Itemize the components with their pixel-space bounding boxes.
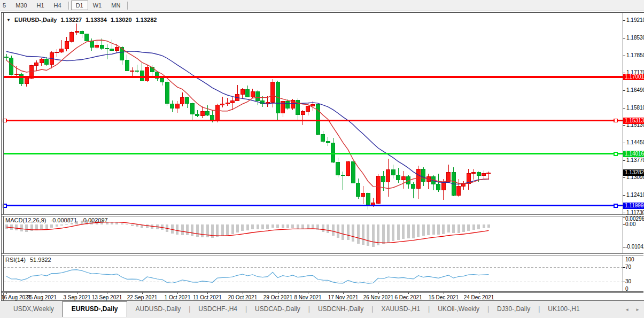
level-handle[interactable] xyxy=(614,152,617,156)
tab-dj30-daily[interactable]: DJ30-,Daily xyxy=(489,303,538,315)
price-axis-label: 1.19210 xyxy=(626,17,644,23)
date-axis-tick xyxy=(243,292,243,294)
window-border-top xyxy=(1,12,644,13)
price-axis-tick xyxy=(623,108,625,108)
price-axis-label: 1.13770 xyxy=(626,157,644,163)
price-axis-label: 1.11730 xyxy=(626,210,644,215)
ohlc-low: 1.13020 xyxy=(111,17,132,23)
date-axis-label: 26 Nov 2021 xyxy=(363,294,394,300)
date-axis-label: 13 Sep 2021 xyxy=(92,294,122,300)
date-axis-tick xyxy=(6,292,7,294)
date-axis-tick xyxy=(479,292,479,294)
macd-axis-label: 0.00 xyxy=(625,221,635,227)
date-axis-label: 20 Oct 2021 xyxy=(228,294,257,300)
price-axis-label: 1.16490 xyxy=(626,87,644,93)
date-axis-tick xyxy=(278,292,278,294)
tab-uk100-h1[interactable]: UK100-,H1 xyxy=(540,303,587,315)
rsi-value: 51.9322 xyxy=(30,257,51,263)
tab-usdcnh-daily[interactable]: USDCNH-,Daily xyxy=(310,303,371,315)
panel-splitter-rsi[interactable] xyxy=(2,253,643,255)
symbol-dropdown-icon: ▼ xyxy=(6,18,11,22)
date-axis-separator xyxy=(2,291,643,293)
rsi-axis-label: 30 xyxy=(625,278,631,284)
price-axis-tick xyxy=(623,213,625,213)
price-axis-tick xyxy=(623,90,625,91)
tab-usdcad-daily[interactable]: USDCAD-,Daily xyxy=(247,303,308,315)
date-axis-label: 25 Aug 2021 xyxy=(27,294,57,300)
window-border-left-outer xyxy=(1,12,2,300)
level-price-badge: 1.11999 xyxy=(623,203,644,209)
ohlc-close: 1.13282 xyxy=(136,17,157,23)
tab-scroll-right-icon[interactable]: ► xyxy=(635,307,640,312)
date-axis-label: 17 Nov 2021 xyxy=(328,294,359,300)
date-axis-tick xyxy=(77,292,77,294)
macd-axis-label: -0.010425 xyxy=(625,244,644,250)
tab-ukoil-weekly[interactable]: UKOil-,Weekly xyxy=(430,303,487,315)
tab-scroll-arrows: ◄ ► xyxy=(625,307,640,312)
level-price-badge: 1.17001 xyxy=(623,74,644,80)
price-axis-tick xyxy=(623,20,625,21)
level-price-badge: 1.15313 xyxy=(623,118,644,124)
price-axis-tick xyxy=(623,73,625,73)
rsi-axis-label: 0 xyxy=(625,286,629,292)
date-axis-label: 11 Oct 2021 xyxy=(193,294,222,300)
price-axis-tick xyxy=(623,143,625,143)
date-axis-tick xyxy=(177,292,178,294)
macd-panel-label: MACD(12,26,9) -0.000871 -0.002097 xyxy=(5,217,111,223)
date-axis-label: 22 Sep 2021 xyxy=(127,294,158,300)
price-axis-label: 1.17850 xyxy=(626,52,644,58)
tab-eurusd-daily[interactable]: EURUSD-,Daily xyxy=(62,301,128,317)
date-axis-label: 15 Dec 2021 xyxy=(429,294,459,300)
level-handle[interactable] xyxy=(614,204,617,207)
rsi-line xyxy=(6,270,488,284)
date-axis-tick xyxy=(378,292,379,294)
slow-ma-line xyxy=(6,51,488,184)
date-axis-label: 24 Dec 2021 xyxy=(464,294,494,300)
macd-value-main: -0.000871 xyxy=(50,217,77,223)
price-axis-tick xyxy=(623,56,625,56)
date-axis-tick xyxy=(444,292,444,294)
current-price-badge: 1.13282 xyxy=(623,169,644,176)
date-axis-label: 6 Dec 2021 xyxy=(394,294,422,300)
date-axis-tick xyxy=(343,292,344,294)
date-axis-tick xyxy=(207,292,208,294)
symbol-tabbar: USDX,WeeklyEURUSD-,DailyAUDUSD-,Daily|US… xyxy=(0,301,644,318)
macd-value-signal: -0.002097 xyxy=(81,217,108,223)
price-axis-label: 1.14450 xyxy=(626,139,644,145)
price-axis-tick xyxy=(623,177,625,178)
date-axis-label: 29 Oct 2021 xyxy=(263,294,292,300)
tab-usdchf-h4[interactable]: USDCHF-,H4 xyxy=(190,303,245,315)
date-axis-label: 3 Sep 2021 xyxy=(63,294,90,300)
rsi-name: RSI(14) xyxy=(5,257,26,263)
date-axis-label: 1 Oct 2021 xyxy=(165,294,191,300)
chart-ohlc-header: ▼ EURUSD-,Daily 1.13227 1.13334 1.13020 … xyxy=(6,17,157,23)
tab-scroll-left-icon[interactable]: ◄ xyxy=(625,307,629,312)
date-axis-tick xyxy=(42,292,42,294)
tab-xauusd-h1[interactable]: XAUUSD-,H1 xyxy=(373,303,428,315)
candlesticks xyxy=(5,24,491,209)
price-axis-tick xyxy=(623,38,625,38)
price-axis-tick xyxy=(623,160,625,161)
level-handle[interactable] xyxy=(614,119,617,122)
rsi-axis-label: 100 xyxy=(625,257,634,262)
macd-name: MACD(12,26,9) xyxy=(5,217,46,223)
date-axis-tick xyxy=(308,292,308,294)
price-axis-label: 1.18530 xyxy=(626,35,644,41)
price-chart-canvas[interactable] xyxy=(0,0,644,318)
panel-splitter-macd[interactable] xyxy=(2,214,643,216)
window-border-left-inner xyxy=(3,13,4,300)
level-price-badge: 1.14016 xyxy=(623,151,644,157)
tab-audusd-daily[interactable]: AUDUSD-,Daily xyxy=(127,303,189,315)
rsi-panel-label: RSI(14) 51.9322 xyxy=(5,257,54,263)
chart-symbol-label: EURUSD-,Daily xyxy=(14,17,57,23)
price-axis-label: 1.15810 xyxy=(626,105,644,111)
date-axis-tick xyxy=(107,292,107,294)
tab-usdx-weekly[interactable]: USDX,Weekly xyxy=(5,303,62,315)
price-axis-label: 1.12410 xyxy=(626,192,644,198)
rsi-axis-label: 70 xyxy=(625,264,631,270)
trading-terminal: 5M30H1H4D1W1MN ▼ EURUSD-,Daily 1.13227 1… xyxy=(0,0,644,318)
date-axis-tick xyxy=(142,292,143,294)
date-axis-tick xyxy=(408,292,409,294)
ohlc-open: 1.13227 xyxy=(60,17,82,23)
date-axis-label: 8 Nov 2021 xyxy=(294,294,321,300)
